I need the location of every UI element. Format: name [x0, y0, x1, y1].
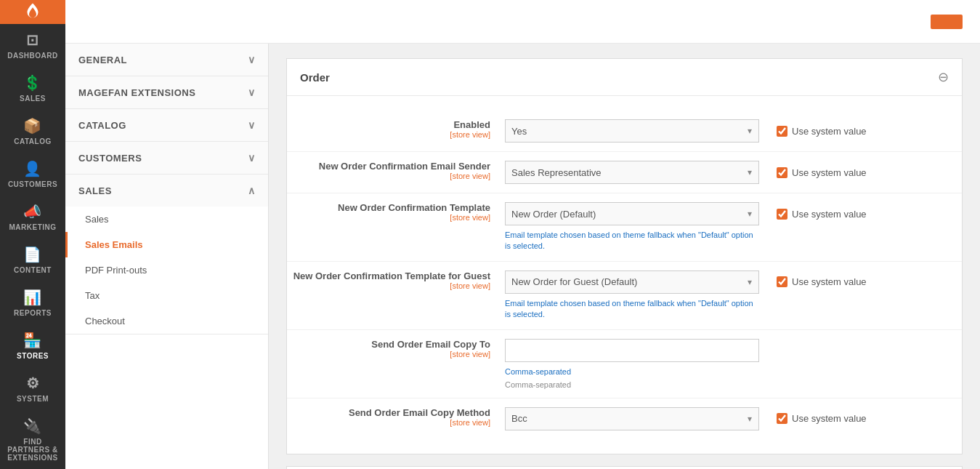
system-value-checkbox-new-order-guest-template[interactable]: [777, 276, 787, 287]
form-control-send-order-copy-to: Comma-separatedComma-separated: [505, 339, 947, 389]
select-wrapper-new-order-guest-template: New Order for Guest (Default): [505, 270, 759, 294]
system-value-label: Use system value: [792, 276, 867, 287]
topbar: [65, 0, 980, 44]
form-label-send-order-copy-method: Send Order Email Copy Method[store view]: [287, 407, 505, 427]
sidebar-item-catalog[interactable]: 📦CATALOG: [0, 110, 65, 153]
field-label-main: New Order Confirmation Template: [287, 202, 490, 213]
chevron-down-icon: ∨: [248, 119, 256, 131]
form-row-enabled: Enabled[store view]YesNoUse system value: [287, 111, 962, 152]
field-label-sub: [store view]: [287, 130, 490, 139]
system-icon: ⚙: [26, 374, 40, 392]
sidebar-item-customers[interactable]: 👤CUSTOMERS: [0, 153, 65, 196]
system-value-checkbox-new-order-email-sender[interactable]: [777, 167, 787, 178]
nav-sub-item-pdf-printouts[interactable]: PDF Print-outs: [65, 257, 268, 283]
sidebar-item-content[interactable]: 📄CONTENT: [0, 238, 65, 281]
field-label-sub: [store view]: [287, 213, 490, 222]
select-enabled[interactable]: YesNo: [505, 119, 759, 143]
sidebar: ⊡DASHBOARD💲SALES📦CATALOG👤CUSTOMERS📣MARKE…: [0, 0, 65, 469]
nav-section-label: MAGEFAN EXTENSIONS: [78, 87, 195, 98]
helper-text-new-order-template: Email template chosen based on theme fal…: [505, 230, 759, 252]
nav-section-header-customers[interactable]: CUSTOMERS∨: [65, 142, 268, 174]
nav-sub-item-sales-emails[interactable]: Sales Emails: [65, 232, 268, 257]
input-send-order-copy-to[interactable]: [505, 339, 759, 362]
system-value-new-order-email-sender: Use system value: [777, 167, 867, 178]
config-section-order: Order⊖Enabled[store view]YesNoUse system…: [286, 58, 963, 454]
stores-icon: 🏪: [23, 332, 42, 349]
select-send-order-copy-method[interactable]: BccSeparate Email: [505, 407, 759, 430]
sidebar-item-system[interactable]: ⚙SYSTEM: [0, 367, 65, 410]
comma-separated-hint: Comma-separated: [505, 380, 947, 389]
form-control-enabled: YesNoUse system value: [505, 119, 947, 143]
select-wrapper-new-order-email-sender: Sales RepresentativeGeneral ContactCusto…: [505, 161, 759, 184]
nav-section-label: CUSTOMERS: [78, 153, 142, 164]
sidebar-item-marketing[interactable]: 📣MARKETING: [0, 196, 65, 238]
nav-section-label: CATALOG: [78, 120, 126, 131]
sidebar-item-label: CUSTOMERS: [8, 180, 57, 188]
sidebar-item-label: DASHBOARD: [7, 52, 58, 60]
sidebar-item-label: SALES: [20, 95, 46, 103]
sidebar-item-label: CATALOG: [14, 137, 51, 145]
sidebar-item-find-partners[interactable]: 🔌FIND PARTNERS & EXTENSIONS: [0, 410, 65, 469]
chevron-down-icon: ∨: [248, 87, 256, 98]
system-value-new-order-guest-template: Use system value: [777, 276, 867, 287]
nav-section-header-magefan[interactable]: MAGEFAN EXTENSIONS∨: [65, 76, 268, 108]
nav-section-header-sales[interactable]: SALES∧: [65, 175, 268, 207]
form-control-row-send-order-copy-to: [505, 339, 947, 362]
nav-sub-item-sales[interactable]: Sales: [65, 207, 268, 232]
field-label-sub: [store view]: [287, 418, 490, 427]
nav-sub-item-tax[interactable]: Tax: [65, 283, 268, 308]
nav-section-header-catalog[interactable]: CATALOG∨: [65, 109, 268, 141]
form-row-new-order-email-sender: New Order Confirmation Email Sender[stor…: [287, 152, 962, 193]
field-label-main: New Order Confirmation Email Sender: [287, 161, 490, 172]
select-new-order-template[interactable]: New Order (Default): [505, 202, 759, 225]
system-value-label: Use system value: [792, 413, 867, 424]
form-label-new-order-template: New Order Confirmation Template[store vi…: [287, 202, 505, 222]
form-control-row-new-order-guest-template: New Order for Guest (Default)Use system …: [505, 270, 947, 294]
select-new-order-email-sender[interactable]: Sales RepresentativeGeneral ContactCusto…: [505, 161, 759, 184]
section-header-order[interactable]: Order⊖: [287, 59, 962, 96]
form-control-new-order-email-sender: Sales RepresentativeGeneral ContactCusto…: [505, 161, 947, 184]
nav-section-catalog: CATALOG∨: [65, 109, 268, 142]
sidebar-item-label: FIND PARTNERS & EXTENSIONS: [4, 438, 62, 462]
content-icon: 📄: [23, 246, 42, 263]
nav-section-magefan: MAGEFAN EXTENSIONS∨: [65, 76, 268, 109]
field-label-main: Send Order Email Copy To: [287, 339, 490, 350]
select-wrapper-send-order-copy-method: BccSeparate Email: [505, 407, 759, 430]
form-row-send-order-copy-method: Send Order Email Copy Method[store view]…: [287, 398, 962, 439]
nav-sub-item-checkout[interactable]: Checkout: [65, 308, 268, 334]
config-section-order-comments: Order Comments⊕: [286, 466, 963, 469]
sidebar-logo[interactable]: [0, 0, 65, 24]
chevron-down-icon: ∨: [248, 152, 256, 164]
system-value-checkbox-send-order-copy-method[interactable]: [777, 413, 787, 424]
system-value-checkbox-new-order-template[interactable]: [777, 209, 787, 220]
nav-section-header-general[interactable]: GENERAL∨: [65, 44, 268, 76]
nav-section-general: GENERAL∨: [65, 44, 268, 76]
sidebar-item-sales[interactable]: 💲SALES: [0, 67, 65, 110]
customers-icon: 👤: [23, 160, 42, 177]
nav-section-label: GENERAL: [78, 55, 127, 65]
field-label-sub: [store view]: [287, 172, 490, 180]
sidebar-item-label: SYSTEM: [17, 395, 49, 403]
main-content: Order⊖Enabled[store view]YesNoUse system…: [269, 44, 980, 469]
form-control-send-order-copy-method: BccSeparate EmailUse system value: [505, 407, 947, 430]
sidebar-item-reports[interactable]: 📊REPORTS: [0, 281, 65, 324]
nav-section-customers: CUSTOMERS∨: [65, 142, 268, 175]
select-wrapper-new-order-template: New Order (Default): [505, 202, 759, 225]
system-value-checkbox-enabled[interactable]: [777, 126, 787, 137]
field-label-sub: [store view]: [287, 281, 490, 290]
sidebar-item-stores[interactable]: 🏪STORES: [0, 324, 65, 367]
form-label-enabled: Enabled[store view]: [287, 119, 505, 139]
dashboard-icon: ⊡: [26, 31, 39, 49]
nav-section-items-sales: SalesSales EmailsPDF Print-outsTaxChecko…: [65, 207, 268, 334]
save-config-button[interactable]: [931, 15, 963, 29]
form-label-send-order-copy-to: Send Order Email Copy To[store view]: [287, 339, 505, 358]
field-label-main: New Order Confirmation Template for Gues…: [287, 270, 490, 281]
sidebar-item-dashboard[interactable]: ⊡DASHBOARD: [0, 24, 65, 67]
sidebar-item-label: REPORTS: [14, 309, 52, 317]
reports-icon: 📊: [23, 289, 42, 306]
form-label-new-order-guest-template: New Order Confirmation Template for Gues…: [287, 270, 505, 290]
system-value-enabled: Use system value: [777, 126, 867, 137]
chevron-up-icon: ∧: [248, 185, 256, 196]
find-partners-icon: 🔌: [23, 417, 42, 435]
select-new-order-guest-template[interactable]: New Order for Guest (Default): [505, 270, 759, 294]
